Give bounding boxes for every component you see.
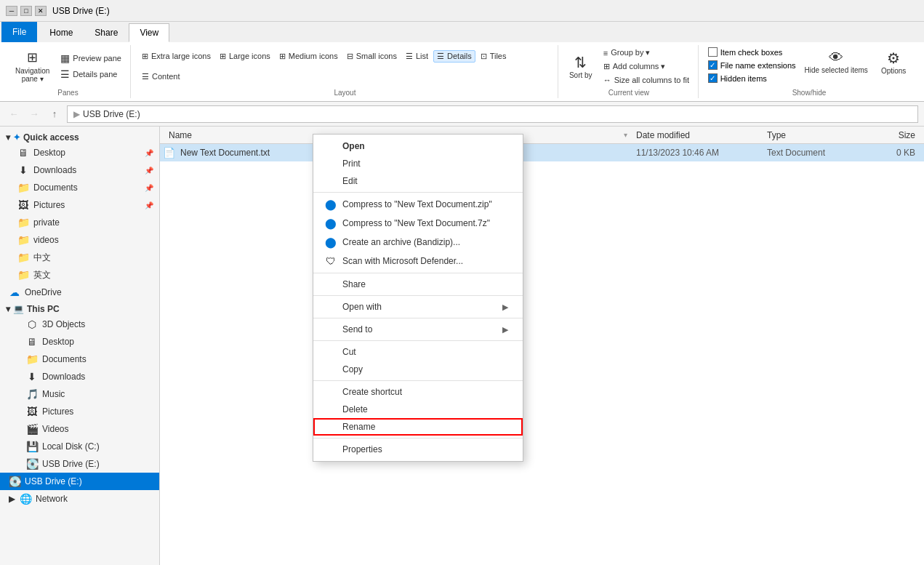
- tab-home[interactable]: Home: [39, 23, 84, 42]
- hidden-items-toggle[interactable]: ✓ Hidden items: [708, 73, 796, 84]
- sidebar-item-3d-objects[interactable]: ⬡ 3D Objects: [0, 316, 159, 333]
- tab-view[interactable]: View: [129, 23, 169, 42]
- size-columns-icon: ↔: [603, 76, 611, 84]
- layout-group-label: Layout: [334, 86, 355, 97]
- maximize-icon[interactable]: □: [20, 6, 32, 16]
- sidebar-item-local-disk[interactable]: 💾 Local Disk (C:): [0, 438, 159, 455]
- options-button[interactable]: ⚙ Options: [877, 47, 910, 78]
- path-text: USB Drive (E:): [83, 109, 140, 119]
- ctx-sep-5: [313, 340, 523, 341]
- minimize-icon[interactable]: ─: [6, 6, 17, 16]
- file-ext-checkbox: ✓: [708, 60, 718, 70]
- sidebar-item-private[interactable]: 📁 private: [0, 214, 159, 231]
- sidebar-item-pictures-pc[interactable]: 🖼 Pictures: [0, 403, 159, 420]
- tab-share[interactable]: Share: [84, 23, 129, 42]
- videos-pc-icon: 🎬: [26, 423, 38, 435]
- nav-pane-icon: ⊞: [27, 49, 38, 65]
- ctx-delete[interactable]: Delete: [313, 401, 523, 418]
- col-modified-header[interactable]: Date modified: [630, 130, 761, 140]
- sidebar-item-chinese[interactable]: 📁 中文: [0, 249, 159, 266]
- ctx-cut[interactable]: Cut: [313, 343, 523, 361]
- list-button[interactable]: ☰ List: [402, 50, 432, 63]
- ctx-compress-7z-icon: ⬤: [325, 217, 337, 229]
- col-type-header[interactable]: Type: [761, 130, 863, 140]
- ctx-compress-7z[interactable]: ⬤ Compress to "New Text Document.7z": [313, 214, 523, 233]
- pictures-pin-icon: 📌: [145, 201, 153, 209]
- title-text: USB Drive (E:): [52, 6, 110, 16]
- details-icon: ☰: [437, 52, 444, 61]
- downloads-pin-icon: 📌: [145, 167, 153, 175]
- medium-icons-button[interactable]: ⊞ Medium icons: [276, 50, 342, 63]
- sidebar-item-downloads-quick[interactable]: ⬇ Downloads 📌: [0, 161, 159, 179]
- back-button[interactable]: ←: [6, 106, 22, 122]
- ctx-share[interactable]: Share: [313, 276, 523, 293]
- forward-button[interactable]: →: [26, 106, 42, 122]
- details-button[interactable]: ☰ Details: [433, 50, 475, 63]
- hide-selected-button[interactable]: 👁 Hide selected items: [800, 47, 872, 77]
- ctx-scan[interactable]: 🛡 Scan with Microsoft Defender...: [313, 252, 523, 271]
- sort-by-button[interactable]: ⇅ Sort by: [565, 47, 597, 86]
- extra-large-icons-button[interactable]: ⊞ Extra large icons: [138, 50, 214, 63]
- col-size-header[interactable]: Size: [863, 130, 921, 140]
- preview-pane-button[interactable]: ▦ Preview pane: [57, 51, 125, 65]
- music-icon: 🎵: [26, 388, 38, 400]
- sidebar-item-usb-selected[interactable]: 💽 USB Drive (E:): [0, 473, 159, 490]
- sidebar-item-videos-pc[interactable]: 🎬 Videos: [0, 420, 159, 438]
- sidebar-item-onedrive[interactable]: ☁ OneDrive: [0, 284, 159, 301]
- content-button[interactable]: ☰ Content: [138, 71, 184, 83]
- ctx-open[interactable]: Open: [313, 137, 523, 155]
- downloads-quick-icon: ⬇: [17, 164, 29, 176]
- sidebar-item-usb-drive-pc[interactable]: 💽 USB Drive (E:): [0, 455, 159, 473]
- sidebar-item-network[interactable]: ▶ 🌐 Network: [0, 490, 159, 508]
- file-ext-toggle[interactable]: ✓ File name extensions: [708, 60, 796, 71]
- ctx-print[interactable]: Print: [313, 155, 523, 172]
- up-button[interactable]: ↑: [47, 106, 63, 122]
- ctx-compress-zip[interactable]: ⬤ Compress to "New Text Document.zip": [313, 195, 523, 214]
- large-icons-button[interactable]: ⊞ Large icons: [216, 50, 274, 63]
- ctx-open-with[interactable]: Open with ▶: [313, 298, 523, 316]
- sidebar-item-pictures-quick[interactable]: 🖼 Pictures 📌: [0, 196, 159, 214]
- preview-pane-label: Preview pane: [73, 54, 121, 63]
- sidebar-item-documents-pc[interactable]: 📁 Documents: [0, 350, 159, 368]
- ctx-rename[interactable]: Rename: [313, 418, 523, 436]
- ctx-open-with-arrow: ▶: [502, 302, 508, 312]
- sidebar-item-desktop-quick[interactable]: 🖥 Desktop 📌: [0, 144, 159, 161]
- sidebar-item-music[interactable]: 🎵 Music: [0, 385, 159, 403]
- this-pc-header[interactable]: ▾ 💻 This PC: [0, 301, 159, 316]
- this-pc-expand-icon: ▾: [6, 304, 10, 314]
- item-checkboxes-toggle[interactable]: Item check boxes: [708, 47, 796, 57]
- quick-access-header[interactable]: ▾ ✦ Quick access: [0, 129, 159, 144]
- usb-selected-icon: 💽: [9, 476, 20, 487]
- details-pane-button[interactable]: ☰ Details pane: [57, 67, 125, 81]
- ctx-copy[interactable]: Copy: [313, 361, 523, 378]
- address-path[interactable]: ▶ USB Drive (E:): [67, 105, 918, 123]
- close-icon[interactable]: ✕: [35, 6, 47, 16]
- tab-file[interactable]: File: [1, 22, 37, 42]
- sidebar-item-videos-quick[interactable]: 📁 videos: [0, 231, 159, 249]
- sidebar-item-english[interactable]: 📁 英文: [0, 266, 159, 284]
- nav-pane-button[interactable]: ⊞ Navigationpane ▾: [11, 47, 54, 86]
- sidebar-item-downloads-pc[interactable]: ⬇ Downloads: [0, 368, 159, 385]
- size-columns-button[interactable]: ↔ Size all columns to fit: [600, 74, 693, 86]
- file-modified: 11/13/2023 10:46 AM: [630, 148, 761, 158]
- tiles-button[interactable]: ⊡ Tiles: [477, 50, 510, 63]
- small-icons-button[interactable]: ⊟ Small icons: [343, 50, 401, 63]
- ctx-create-archive[interactable]: ⬤ Create an archive (Bandizip)...: [313, 233, 523, 252]
- ctx-edit[interactable]: Edit: [313, 172, 523, 190]
- ctx-properties[interactable]: Properties: [313, 441, 523, 458]
- list-icon: ☰: [406, 52, 413, 61]
- add-columns-button[interactable]: ⊞ Add columns ▾: [600, 60, 693, 73]
- private-icon: 📁: [17, 217, 29, 228]
- file-type: Text Document: [761, 148, 863, 158]
- file-ext-label: File name extensions: [720, 61, 796, 70]
- hidden-items-checkbox: ✓: [708, 73, 718, 83]
- extra-large-icon: ⊞: [142, 52, 148, 61]
- ctx-create-shortcut[interactable]: Create shortcut: [313, 383, 523, 401]
- sidebar-item-desktop-pc[interactable]: 🖥 Desktop: [0, 333, 159, 350]
- ctx-send-to[interactable]: Send to ▶: [313, 321, 523, 338]
- group-by-button[interactable]: ≡ Group by ▾: [600, 47, 693, 59]
- nav-pane-label: Navigationpane ▾: [15, 67, 49, 83]
- table-row[interactable]: 📄 New Text Document.txt 11/13/2023 10:46…: [160, 144, 924, 161]
- sidebar-item-documents-quick[interactable]: 📁 Documents 📌: [0, 179, 159, 196]
- this-pc-icon: 💻: [13, 304, 24, 314]
